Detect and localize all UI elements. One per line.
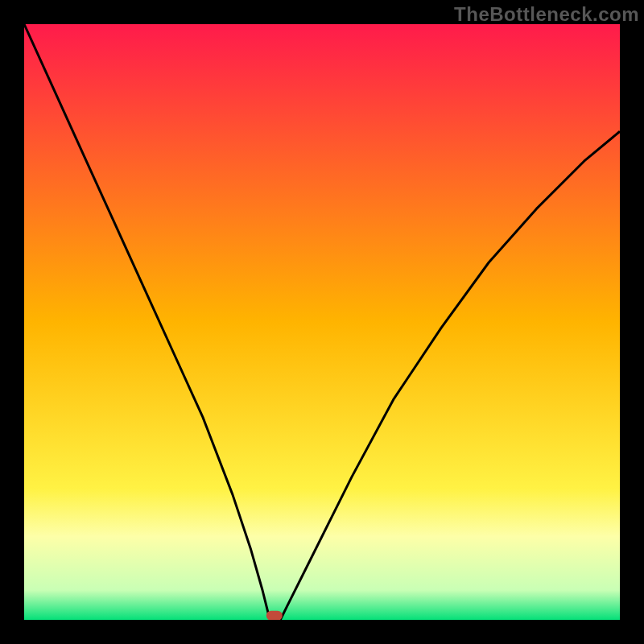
chart-frame: TheBottleneck.com [0,0,644,644]
watermark-text: TheBottleneck.com [454,3,639,26]
bottleneck-chart [24,24,620,620]
bottleneck-marker [266,611,283,620]
gradient-background [24,24,620,620]
plot-area [24,24,620,620]
